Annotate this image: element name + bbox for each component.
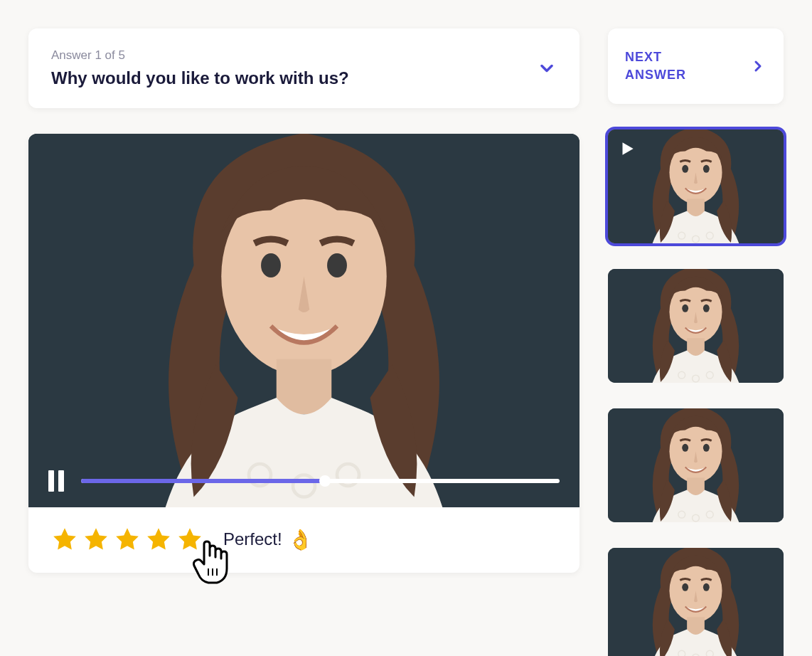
video-frame — [28, 134, 579, 507]
video-thumbnail[interactable] — [608, 408, 784, 522]
chevron-down-icon[interactable] — [537, 58, 557, 78]
pause-button[interactable] — [48, 470, 64, 492]
next-answer-button[interactable]: NEXT ANSWER — [608, 28, 784, 104]
question-title: Why would you like to work with us? — [51, 68, 349, 88]
star-rating — [51, 526, 203, 553]
star-icon[interactable] — [145, 526, 172, 553]
star-icon[interactable] — [82, 526, 109, 553]
question-card[interactable]: Answer 1 of 5 Why would you like to work… — [28, 28, 579, 108]
ok-hand-emoji: 👌 — [288, 528, 313, 551]
next-answer-label: NEXT ANSWER — [625, 48, 686, 84]
play-icon — [618, 139, 636, 158]
question-text: Answer 1 of 5 Why would you like to work… — [51, 48, 349, 88]
video-area[interactable] — [28, 134, 579, 507]
progress-bar[interactable] — [81, 479, 560, 483]
thumbnail-list — [608, 129, 784, 656]
rating-bar: Perfect! 👌 — [28, 507, 579, 573]
video-thumbnail[interactable] — [608, 129, 784, 243]
video-thumbnail[interactable] — [608, 548, 784, 656]
chevron-right-icon — [749, 58, 766, 75]
answer-counter: Answer 1 of 5 — [51, 48, 349, 63]
video-controls — [28, 455, 579, 507]
star-icon[interactable] — [176, 526, 203, 553]
star-icon[interactable] — [114, 526, 141, 553]
rating-label: Perfect! 👌 — [223, 528, 313, 551]
video-player-card: Perfect! 👌 — [28, 134, 579, 573]
star-icon[interactable] — [51, 526, 78, 553]
video-thumbnail[interactable] — [608, 269, 784, 383]
rating-label-text: Perfect! — [223, 529, 282, 549]
